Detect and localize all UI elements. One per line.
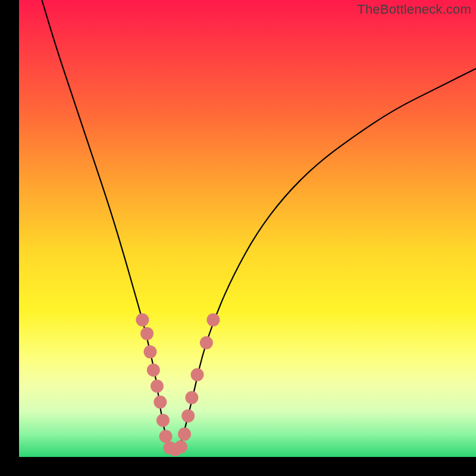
data-marker	[174, 440, 187, 453]
bottom-axis-bar	[0, 457, 476, 476]
marker-group	[136, 314, 220, 456]
data-marker	[185, 391, 198, 404]
data-marker	[159, 430, 173, 443]
data-marker	[191, 368, 204, 381]
data-marker	[154, 396, 167, 409]
data-marker	[147, 364, 160, 377]
data-marker	[181, 409, 195, 422]
data-marker	[156, 414, 170, 427]
data-marker	[206, 314, 220, 327]
left-axis-bar	[0, 0, 19, 457]
data-marker	[178, 428, 191, 441]
data-marker	[140, 327, 154, 340]
data-marker	[200, 336, 213, 349]
data-marker	[151, 380, 164, 393]
watermark-text: TheBottleneck.com	[357, 2, 471, 17]
data-marker	[136, 314, 149, 327]
bottleneck-curve	[42, 0, 476, 450]
data-marker	[143, 345, 156, 358]
bottleneck-chart	[19, 0, 476, 457]
